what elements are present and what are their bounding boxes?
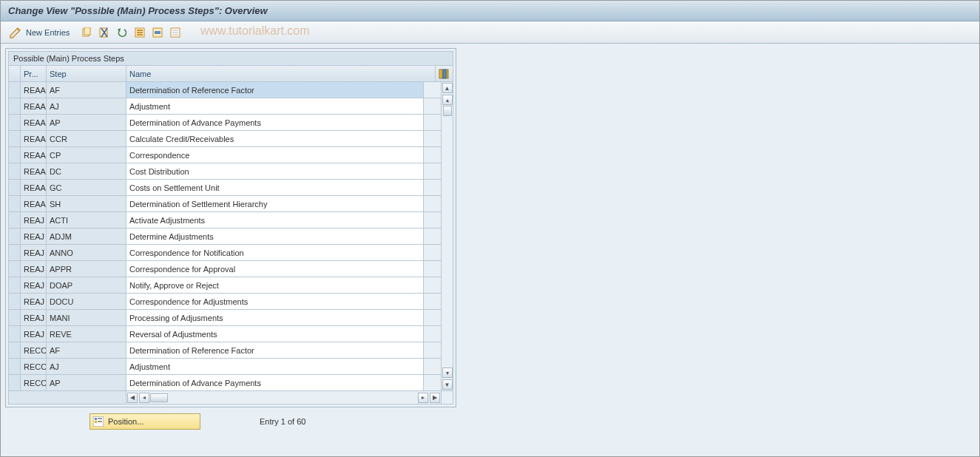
cell-name[interactable]: Determination of Advance Payments — [126, 115, 424, 131]
cell-name[interactable]: Notify, Approve or Reject — [126, 277, 424, 294]
row-selector[interactable] — [9, 294, 21, 310]
cell-name[interactable]: Processing of Adjusments — [126, 310, 424, 326]
vertical-scrollbar[interactable]: ▲ ▴ ▾ ▼ — [442, 82, 453, 391]
table-row[interactable]: RECOAFDetermination of Reference Factor — [9, 342, 442, 359]
cell-name[interactable]: Cost Distribution — [126, 163, 424, 180]
position-icon — [93, 416, 104, 427]
svg-rect-7 — [137, 32, 143, 33]
scroll-right-icon[interactable]: ▶ — [430, 393, 440, 403]
cell-name[interactable]: Reversal of Adjustments — [126, 326, 424, 342]
cell-pr: REAJ — [21, 261, 47, 277]
table-row[interactable]: REAAAFDetermination of Reference Factor — [9, 82, 442, 98]
row-selector[interactable] — [9, 342, 21, 359]
cell-name[interactable]: Correspondence — [126, 147, 424, 163]
table-row[interactable]: REAAGCCosts on Settlement Unit — [9, 180, 442, 196]
scroll-up-icon[interactable]: ▲ — [442, 83, 453, 93]
scroll-left2-icon[interactable]: ◂ — [139, 393, 149, 403]
row-selector[interactable] — [9, 115, 21, 131]
column-header-step[interactable]: Step — [47, 66, 126, 82]
table-row[interactable]: REAAAPDetermination of Advance Payments — [9, 115, 442, 131]
cell-name[interactable]: Adjustment — [126, 98, 424, 115]
cell-spacer — [424, 196, 442, 212]
copy-as-icon[interactable] — [80, 26, 93, 39]
table-row[interactable]: REAJMANIProcessing of Adjusments — [9, 310, 442, 326]
cell-spacer — [424, 326, 442, 342]
row-selector[interactable] — [9, 277, 21, 294]
panel-title: Possible (Main) Process Steps — [8, 51, 453, 65]
column-header-name[interactable]: Name — [126, 66, 436, 82]
toggle-display-change-icon[interactable] — [8, 26, 21, 39]
delete-icon[interactable] — [98, 26, 111, 39]
cell-name[interactable]: Correspondence for Adjustments — [126, 294, 424, 310]
row-selector[interactable] — [9, 261, 21, 277]
cell-name[interactable]: Adjustment — [126, 359, 424, 375]
hscroll-thumb[interactable] — [150, 393, 168, 402]
table-row[interactable]: REAAAJAdjustment — [9, 98, 442, 115]
table-row[interactable]: REAJAPPRCorrespondence for Approval — [9, 261, 442, 277]
configure-columns-icon[interactable] — [436, 66, 453, 82]
cell-name[interactable]: Correspondence for Notification — [126, 245, 424, 261]
scroll-left-icon[interactable]: ◀ — [127, 393, 138, 403]
table-row[interactable]: REAASHDetermination of Settlement Hierar… — [9, 196, 442, 212]
row-selector[interactable] — [9, 228, 21, 245]
cell-pr: RECO — [21, 359, 47, 375]
table-row[interactable]: REAJREVEReversal of Adjustments — [9, 326, 442, 342]
scroll-thumb[interactable] — [443, 106, 452, 116]
row-selector[interactable] — [9, 212, 21, 228]
scroll-down-icon[interactable]: ▼ — [442, 379, 453, 390]
page-title: Change View "Possible (Main) Process Ste… — [8, 5, 268, 16]
row-selector[interactable] — [9, 375, 21, 391]
horizontal-scrollbar[interactable]: ◀ ◂ ▸ ▶ — [8, 391, 453, 404]
cell-name[interactable]: Costs on Settlement Unit — [126, 180, 424, 196]
row-selector[interactable] — [9, 359, 21, 375]
cell-name[interactable]: Correspondence for Approval — [126, 261, 424, 277]
row-selector[interactable] — [9, 98, 21, 115]
row-selector[interactable] — [9, 196, 21, 212]
row-selector[interactable] — [9, 180, 21, 196]
table-row[interactable]: REAJANNOCorrespondence for Notification — [9, 245, 442, 261]
column-header-pr[interactable]: Pr... — [21, 66, 47, 82]
cell-pr: REAA — [21, 82, 47, 98]
position-button[interactable]: Position... — [89, 413, 200, 430]
table-row[interactable]: REAJDOCUCorrespondence for Adjustments — [9, 294, 442, 310]
cell-step: ADJM — [47, 228, 126, 245]
cell-pr: REAA — [21, 131, 47, 147]
table-row[interactable]: RECOAPDetermination of Advance Payments — [9, 375, 442, 391]
deselect-all-icon[interactable] — [169, 26, 182, 39]
table-row[interactable]: REAJDOAPNotify, Approve or Reject — [9, 277, 442, 294]
cell-name[interactable]: Activate Adjustments — [126, 212, 424, 228]
scroll-right2-icon[interactable]: ▸ — [418, 393, 428, 403]
row-selector[interactable] — [9, 245, 21, 261]
row-selector[interactable] — [9, 82, 21, 98]
table-row[interactable]: REAJACTIActivate Adjustments — [9, 212, 442, 228]
header-selector[interactable] — [9, 66, 21, 82]
table-row[interactable]: REAACCRCalculate Credit/Receivables — [9, 131, 442, 147]
cell-pr: REAJ — [21, 310, 47, 326]
row-selector[interactable] — [9, 147, 21, 163]
scroll-page-down-icon[interactable]: ▾ — [442, 368, 453, 378]
cell-name[interactable]: Determination of Reference Factor — [126, 82, 424, 98]
cell-name[interactable]: Determine Adjustments — [126, 228, 424, 245]
select-all-icon[interactable] — [133, 26, 146, 39]
scroll-page-up-icon[interactable]: ▴ — [442, 95, 453, 105]
row-selector[interactable] — [9, 131, 21, 147]
table-row[interactable]: REAACPCorrespondence — [9, 147, 442, 163]
cell-step: MANI — [47, 310, 126, 326]
row-selector[interactable] — [9, 163, 21, 180]
row-selector[interactable] — [9, 310, 21, 326]
row-selector[interactable] — [9, 326, 21, 342]
svg-rect-1 — [84, 27, 90, 35]
cell-name[interactable]: Determination of Reference Factor — [126, 342, 424, 359]
new-entries-button[interactable]: New Entries — [26, 28, 70, 37]
cell-step: AP — [47, 115, 126, 131]
cell-name[interactable]: Determination of Settlement Hierarchy — [126, 196, 424, 212]
svg-rect-22 — [98, 421, 102, 422]
table-row[interactable]: REAJADJMDetermine Adjustments — [9, 228, 442, 245]
cell-name[interactable]: Calculate Credit/Receivables — [126, 131, 424, 147]
select-block-icon[interactable] — [151, 26, 164, 39]
table-row[interactable]: REAADCCost Distribution — [9, 163, 442, 180]
cell-name[interactable]: Determination of Advance Payments — [126, 375, 424, 391]
table-row[interactable]: RECOAJAdjustment — [9, 359, 442, 375]
undo-change-icon[interactable] — [115, 26, 129, 39]
svg-rect-12 — [172, 30, 178, 31]
